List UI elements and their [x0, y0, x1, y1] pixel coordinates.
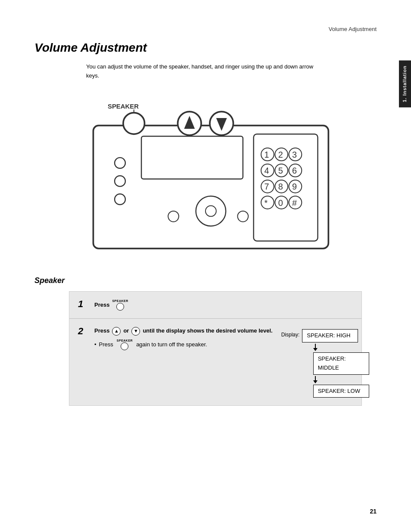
step-1-main: Press SPEAKER: [94, 299, 353, 311]
svg-point-39: [168, 211, 179, 222]
display-box-middle: SPEAKER: MIDDLE: [313, 352, 369, 375]
svg-text:1: 1: [264, 149, 269, 159]
speaker-icon-circle-2: [121, 342, 128, 350]
svg-rect-1: [141, 136, 243, 179]
step-1-number: 1: [78, 299, 87, 309]
svg-text:7: 7: [264, 182, 269, 191]
svg-point-27: [115, 157, 125, 168]
svg-text:#: #: [292, 198, 297, 207]
svg-text:4: 4: [264, 166, 269, 175]
svg-text:3: 3: [292, 149, 297, 159]
svg-text:8: 8: [278, 182, 283, 191]
step-1-press-label: Press: [94, 301, 109, 310]
bullet-dot: •: [94, 340, 97, 349]
section-title: Speaker: [34, 276, 377, 285]
svg-text:2: 2: [278, 149, 283, 159]
step-2-content: Press ▲ or ▼ until the display shows the…: [94, 327, 353, 398]
step-1-row: 1 Press SPEAKER: [69, 292, 361, 319]
svg-text:0: 0: [278, 198, 283, 207]
step-2-main: Press ▲ or ▼ until the display shows the…: [94, 327, 273, 336]
svg-point-30: [123, 112, 145, 134]
svg-point-29: [115, 194, 125, 205]
svg-text:5: 5: [278, 166, 283, 175]
step-2-press-label: Press: [94, 327, 109, 336]
svg-point-38: [206, 205, 216, 216]
phone-diagram: 1 2 3 4 5 6 7 8 9 * 0 #: [34, 93, 377, 259]
page-header: Volume Adjustment: [34, 26, 377, 32]
step2-text: Press ▲ or ▼ until the display shows the…: [94, 327, 273, 398]
step-2-row: 2 Press ▲ or ▼ until the display shows t…: [69, 319, 361, 405]
instruction-box: 1 Press SPEAKER 2 Press: [69, 291, 362, 406]
display-box-low: SPEAKER: LOW: [313, 385, 369, 398]
bullet-suffix: again to turn off the speaker.: [136, 340, 207, 349]
page-container: 1. Installation Volume Adjustment Volume…: [0, 0, 411, 532]
arrow-up-icon: ▲: [112, 327, 121, 336]
side-tab: 1. Installation: [399, 60, 411, 107]
bullet-press-label: Press: [99, 340, 113, 349]
arrow-down-icon: ▼: [131, 327, 140, 336]
page-number: 21: [370, 508, 377, 515]
step2-inner: Press ▲ or ▼ until the display shows the…: [94, 327, 353, 398]
main-title: Volume Adjustment: [34, 41, 377, 55]
step-2-bullet: • Press SPEAKER again to turn off the sp…: [94, 339, 273, 350]
display-panel: Display: SPEAKER: HIGH SPEAKER: MIDDLE: [281, 327, 369, 398]
speaker-button-icon: SPEAKER: [112, 299, 128, 311]
display-box-high: SPEAKER: HIGH: [302, 329, 358, 342]
display-label: Display:: [281, 331, 300, 339]
speaker-icon-circle: [116, 303, 124, 311]
step-2-number: 2: [78, 327, 87, 336]
svg-point-28: [115, 176, 125, 187]
speaker-icon-label-2: SPEAKER: [117, 339, 133, 342]
speaker-icon-label: SPEAKER: [112, 299, 128, 302]
svg-point-40: [237, 211, 248, 222]
svg-text:9: 9: [292, 182, 297, 191]
step-2-bold-suffix: until the display shows the desired volu…: [143, 327, 272, 336]
header-title: Volume Adjustment: [329, 26, 377, 32]
svg-text:SPEAKER: SPEAKER: [108, 103, 139, 109]
svg-text:6: 6: [292, 166, 297, 175]
diagram-area: 1 2 3 4 5 6 7 8 9 * 0 #: [34, 93, 377, 259]
display-row-high: Display: SPEAKER: HIGH: [281, 329, 358, 342]
step-1-content: Press SPEAKER: [94, 299, 353, 311]
step-2-or-label: or: [123, 327, 129, 336]
speaker-button-icon-2: SPEAKER: [117, 339, 133, 350]
svg-text:*: *: [264, 198, 268, 207]
intro-text: You can adjust the volume of the speaker…: [86, 62, 327, 81]
